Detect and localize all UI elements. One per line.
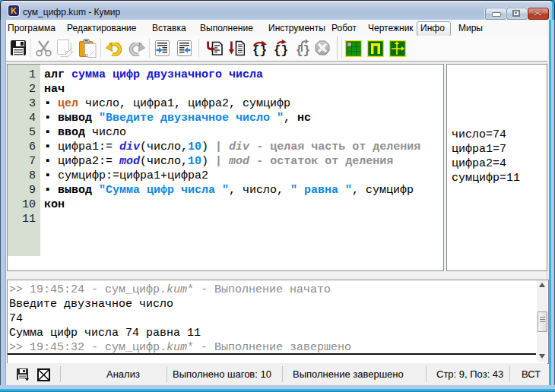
svg-text:{}: {} <box>274 44 288 57</box>
